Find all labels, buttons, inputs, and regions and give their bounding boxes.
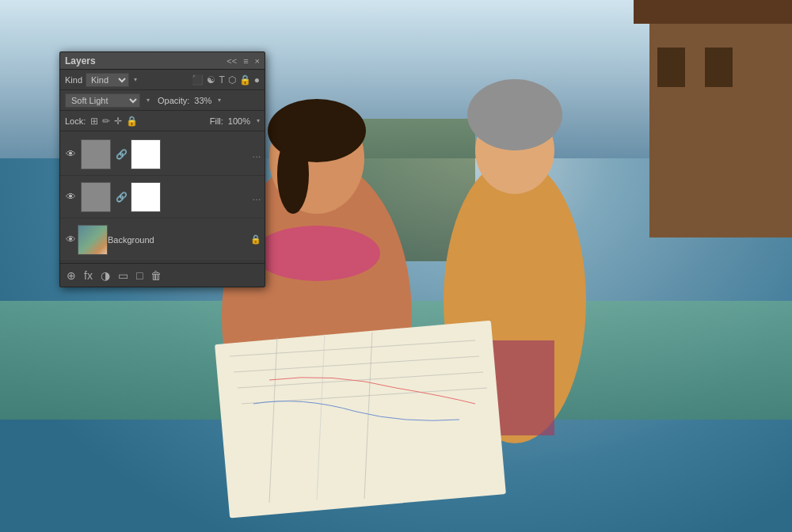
- link-layers-button[interactable]: ⊕: [65, 268, 78, 283]
- layer-mask-thumbnail: [131, 139, 161, 169]
- opacity-dropdown-arrow: ▾: [218, 97, 221, 104]
- layer-link-icon[interactable]: 🔗: [116, 192, 128, 203]
- layer-visibility-toggle[interactable]: 👁: [63, 147, 78, 162]
- filter-label: Kind: [65, 75, 82, 85]
- panel-toolbar: ⊕ fx ◑ ▭ □ 🗑: [60, 263, 265, 287]
- background-layer-item[interactable]: 👁 Background 🔒: [60, 218, 265, 261]
- fill-dropdown-arrow: ▾: [257, 117, 260, 124]
- lock-all-icon[interactable]: 🔒: [126, 116, 138, 127]
- svg-rect-16: [215, 321, 506, 519]
- layer-more-button[interactable]: …: [252, 149, 261, 160]
- svg-point-11: [253, 226, 380, 281]
- panel-collapse-button[interactable]: <<: [227, 56, 237, 66]
- lock-label: Lock:: [65, 116, 86, 126]
- layer-visibility-toggle[interactable]: 👁: [63, 233, 78, 247]
- filter-kind-select[interactable]: Kind Name Effect Mode: [86, 73, 129, 87]
- layer-item[interactable]: 👁 🔗 …: [60, 176, 265, 218]
- layer-more-button[interactable]: …: [252, 192, 261, 203]
- fill-label: Fill:: [210, 116, 223, 126]
- layer-link-icon[interactable]: 🔗: [116, 149, 128, 160]
- lock-row: Lock: ⊞ ✏ ✛ 🔒 Fill: 100% ▾: [60, 111, 265, 131]
- svg-rect-6: [705, 48, 733, 87]
- fx-button[interactable]: fx: [82, 268, 94, 283]
- lock-move-icon[interactable]: ✛: [114, 116, 122, 127]
- new-fill-adjustment-button[interactable]: ◑: [99, 268, 112, 283]
- layer-visibility-toggle[interactable]: 👁: [63, 190, 78, 204]
- panel-titlebar: Layers << ≡ ×: [60, 52, 265, 70]
- svg-rect-4: [634, 0, 792, 24]
- background-layer-name: Background: [108, 235, 247, 245]
- background-layer-lock-icon: 🔒: [250, 234, 261, 245]
- opacity-value[interactable]: 33%: [194, 96, 211, 105]
- create-layer-button[interactable]: □: [135, 268, 144, 283]
- layer-thumb-content: [82, 183, 110, 211]
- filter-icons: ⬛ ☯ T ⬡ 🔒 ●: [192, 74, 260, 86]
- smart-filter-icon[interactable]: 🔒: [239, 74, 251, 86]
- panel-title: Layers: [65, 55, 96, 66]
- create-group-button[interactable]: ▭: [116, 268, 130, 283]
- svg-rect-5: [657, 48, 685, 87]
- layer-thumbnail: [81, 182, 111, 212]
- blend-dropdown-arrow: ▾: [147, 97, 150, 104]
- layers-list: 👁 🔗 … 👁 🔗 … 👁 Backgrou: [60, 131, 265, 263]
- layer-mask-thumbnail: [131, 182, 161, 212]
- delete-layer-button[interactable]: 🗑: [149, 268, 163, 283]
- layers-panel: Layers << ≡ × Kind Kind Name Effect Mode…: [59, 51, 265, 287]
- blend-row: Soft Light Normal Multiply Screen Overla…: [60, 90, 265, 111]
- panel-controls: << ≡ ×: [227, 56, 260, 66]
- background-layer-thumbnail: [78, 225, 108, 255]
- svg-point-10: [277, 135, 309, 214]
- fill-value[interactable]: 100%: [228, 116, 250, 126]
- layer-mask-content: [131, 183, 160, 211]
- lock-transparent-icon[interactable]: ⊞: [90, 116, 98, 127]
- blend-mode-select[interactable]: Soft Light Normal Multiply Screen Overla…: [65, 93, 140, 108]
- shape-filter-icon[interactable]: ⬡: [228, 74, 236, 86]
- circle-filter-icon[interactable]: ●: [254, 74, 260, 86]
- adjust-filter-icon[interactable]: ☯: [207, 74, 215, 86]
- filter-dropdown-arrow: ▾: [134, 76, 137, 83]
- lock-paint-icon[interactable]: ✏: [102, 116, 110, 127]
- layer-item[interactable]: 👁 🔗 …: [60, 133, 265, 176]
- panel-menu-button[interactable]: ≡: [243, 56, 248, 66]
- type-filter-icon[interactable]: T: [219, 74, 224, 86]
- pixel-filter-icon[interactable]: ⬛: [192, 74, 204, 86]
- svg-point-14: [467, 79, 562, 150]
- panel-close-button[interactable]: ×: [255, 56, 260, 66]
- lock-icons: ⊞ ✏ ✛ 🔒: [90, 116, 138, 127]
- opacity-label: Opacity:: [158, 96, 189, 105]
- layer-thumb-content: [82, 140, 110, 169]
- layer-mask-content: [131, 140, 160, 169]
- layer-thumbnail: [81, 139, 111, 169]
- filter-row: Kind Kind Name Effect Mode ▾ ⬛ ☯ T ⬡ 🔒 ●: [60, 70, 265, 90]
